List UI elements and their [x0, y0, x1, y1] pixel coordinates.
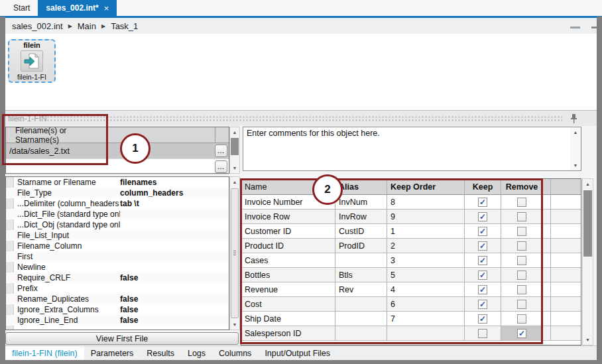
bottom-tab-columns[interactable]: Columns [212, 346, 258, 361]
parameter-row[interactable]: Starname or Filenamefilenames [6, 177, 229, 188]
annotation-callout-2: 2 [312, 174, 343, 205]
close-icon[interactable]: × [104, 4, 109, 13]
cell-filler [551, 210, 581, 223]
parameter-name: File_Type [6, 188, 120, 198]
scroll-down-icon[interactable] [230, 163, 239, 173]
app-window: Startsales_002.int*× sales_002.int▶Main▶… [0, 0, 602, 364]
column-header-filler [551, 179, 581, 194]
node-instance-label: filein-1-FI [17, 73, 46, 81]
minimize-pane-icon[interactable] [570, 27, 580, 29]
tab-label: sales_002.int* [46, 3, 98, 13]
parameter-name: ...Dict_Obj (standard type only) [6, 220, 120, 229]
parameter-row[interactable]: ...Delimiter (column_headers ortab \t [6, 198, 229, 209]
cell-spacer [543, 239, 551, 253]
tab-start[interactable]: Start [5, 0, 38, 16]
parameter-row[interactable]: File_List_Input [6, 230, 229, 241]
parameter-row[interactable]: Rename_Duplicatesfalse [6, 294, 229, 304]
bottom-tab-filein-1-fin-filein-[interactable]: filein-1-FIN (filein) [5, 346, 84, 361]
bottom-tab-results[interactable]: Results [140, 346, 181, 361]
scroll-up-icon[interactable] [230, 127, 239, 137]
scroll-up-icon[interactable] [570, 127, 581, 137]
cell-spacer [543, 282, 551, 296]
parameter-row[interactable]: Ignore_Extra_Columnsfalse [6, 304, 229, 315]
comments-text: Enter comments for this object here. [247, 129, 380, 138]
comments-box[interactable]: Enter comments for this object here. [243, 127, 581, 171]
window-border-right [597, 17, 602, 360]
parameter-name: Newline [6, 263, 120, 272]
panel-drag-texture [46, 115, 562, 123]
parameter-row[interactable]: ...Dict_Obj (standard type only) [6, 219, 229, 230]
breadcrumb-item[interactable]: Main [75, 21, 99, 31]
bottom-tab-label: filein-1-FIN (filein) [12, 349, 78, 358]
node-type-label: filein [23, 41, 40, 49]
cell-spacer [543, 312, 551, 326]
parameters-grid[interactable]: Starname or FilenamefilenamesFile_Typeco… [5, 176, 229, 330]
parameters-scrollbar[interactable] [229, 176, 240, 330]
scroll-up-icon[interactable] [583, 179, 593, 189]
tab-bar: Startsales_002.int*× [0, 0, 602, 16]
scroll-down-icon[interactable] [583, 335, 593, 345]
bottom-tab-input-output-files[interactable]: Input/Output Files [258, 346, 337, 361]
tab-sales-002-int-[interactable]: sales_002.int*× [38, 0, 117, 16]
columns-table-scrollbar[interactable] [582, 178, 593, 345]
parameter-name: Prefix [6, 284, 120, 293]
parameter-value: column_headers [120, 188, 229, 198]
cell-spacer [543, 195, 551, 209]
comments-scrollbar[interactable] [570, 127, 581, 170]
cell-spacer [543, 224, 551, 238]
bottom-tab-label: Columns [219, 349, 251, 358]
parameter-value: tab \t [120, 199, 229, 208]
browse-button[interactable]: ... [215, 145, 227, 157]
scrollbar-thumb[interactable] [231, 188, 239, 318]
scroll-up-icon[interactable] [230, 177, 239, 187]
parameter-row[interactable]: Newline [6, 262, 229, 273]
parameter-value: false [120, 316, 229, 325]
graph-canvas[interactable]: filein filein-1-FI [5, 34, 597, 110]
cell-filler [551, 268, 581, 282]
bottom-tab-parameters[interactable]: Parameters [84, 346, 141, 361]
parameter-row[interactable]: Filename_Column [6, 241, 229, 251]
parameter-row[interactable]: First [6, 251, 229, 262]
parameter-name: ...Dict_File (standard type only) [6, 210, 120, 219]
parameter-name: Rename_Duplicates [6, 294, 120, 304]
parameter-name: Starname or Filename [6, 178, 120, 187]
parameter-row[interactable]: Require_CRLFfalse [6, 273, 229, 283]
bottom-tab-label: Results [147, 349, 174, 358]
bottom-tab-label: Input/Output Files [265, 349, 330, 358]
browse-button[interactable]: ... [215, 160, 227, 173]
breadcrumb-separator-icon: ▶ [66, 23, 75, 29]
filein-node[interactable]: filein filein-1-FI [8, 39, 56, 83]
scroll-down-icon[interactable] [570, 160, 581, 170]
parameter-row[interactable]: File_Typecolumn_headers [6, 188, 229, 198]
parameter-value: filenames [120, 178, 229, 187]
parameter-row[interactable]: Prefix [6, 283, 229, 294]
breadcrumb-item[interactable]: Task_1 [108, 21, 141, 31]
view-first-file-button[interactable]: View First File [5, 332, 239, 345]
scroll-down-icon[interactable] [230, 320, 239, 330]
column-header-spacer [543, 179, 551, 194]
breadcrumb-item[interactable]: sales_002.int [9, 21, 66, 31]
parameter-row[interactable]: Ignore_Line_Endfalse [6, 315, 229, 326]
parameter-name: Ignore_Line_End [6, 316, 120, 325]
bottom-tab-logs[interactable]: Logs [181, 346, 212, 361]
parameter-row[interactable]: ...Dict_File (standard type only) [6, 209, 229, 219]
bottom-tab-bar: filein-1-FIN (filein)ParametersResultsLo… [5, 345, 597, 360]
cell-filler [551, 326, 581, 340]
parameter-name: ...Delimiter (column_headers or [6, 199, 120, 208]
bottom-tab-label: Logs [188, 349, 206, 358]
cell-spacer [543, 297, 551, 311]
window-border-left [0, 17, 5, 360]
scrollbar-thumb[interactable] [231, 138, 239, 155]
parameter-name: Require_CRLF [6, 273, 120, 282]
pin-icon[interactable] [570, 113, 578, 124]
parameter-name: Filename_Column [6, 241, 120, 251]
cell-spacer [543, 268, 551, 282]
cell-filler [551, 239, 581, 253]
scrollbar-thumb[interactable] [583, 190, 592, 257]
tab-label: Start [13, 3, 30, 13]
splitter-grip-icon[interactable] [591, 27, 597, 29]
file-input-icon [21, 50, 43, 72]
cell-filler [551, 195, 581, 209]
filename-grid-scrollbar[interactable] [229, 127, 240, 174]
cell-spacer [543, 253, 551, 267]
